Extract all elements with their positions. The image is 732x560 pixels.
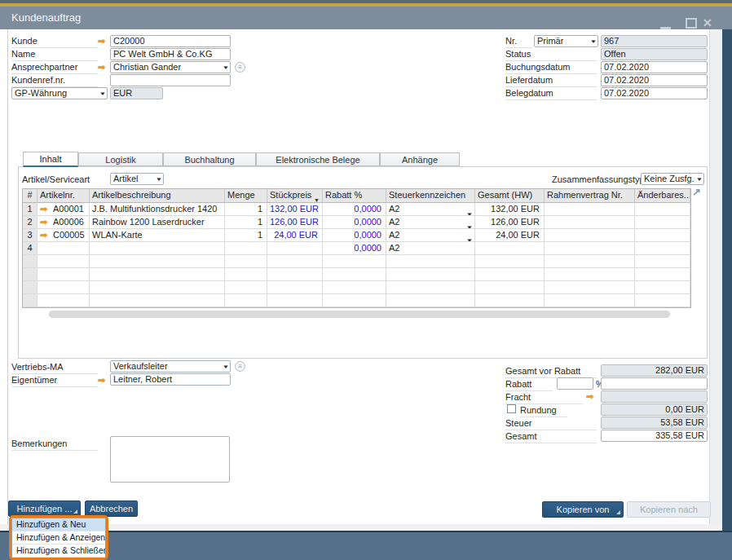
zusammenfassungstyp-dropdown[interactable]: Keine Zusfg. — [641, 173, 704, 185]
rabatt-cell[interactable]: 0,0000 — [323, 229, 386, 242]
chevron-down-icon[interactable] — [467, 220, 472, 229]
gesamt-field[interactable]: 335,58 EUR — [601, 430, 708, 442]
rabatt-value-field[interactable] — [601, 377, 708, 390]
link-arrow-icon[interactable] — [40, 204, 51, 214]
kundenref-field[interactable] — [110, 74, 231, 86]
gesamt-cell[interactable]: 24,00 EUR — [475, 229, 545, 242]
tab-inhalt[interactable]: Inhalt — [23, 152, 78, 167]
buchungsdatum-field[interactable]: 07.02.2020 — [601, 61, 708, 73]
title-bar[interactable]: Kundenauftrag ✕ — [0, 7, 732, 30]
rabatt-cell[interactable]: 0,0000 — [323, 203, 386, 216]
beschreibung-cell[interactable]: WLAN-Karte — [90, 229, 225, 242]
row-number-cell[interactable]: 3 — [23, 229, 37, 242]
steuerkennzeichen-cell[interactable]: A2 — [386, 203, 475, 216]
steuerkennzeichen-cell[interactable]: A2 — [386, 229, 475, 242]
row-number-cell[interactable] — [23, 255, 37, 268]
col-header-rabatt[interactable]: Rabatt % — [323, 189, 386, 203]
artikel-serviceart-dropdown[interactable]: Artikel — [110, 173, 164, 185]
artikelnr-cell[interactable]: A00001 — [37, 203, 90, 216]
link-arrow-icon[interactable] — [98, 375, 108, 386]
col-header-steuerkennzeichen[interactable]: Steuerkennzeichen — [386, 189, 475, 203]
col-header-gesamt[interactable]: Gesamt (HW) — [475, 189, 545, 203]
close-icon[interactable]: ✕ — [703, 15, 712, 30]
stueckpreis-cell[interactable]: 132,00 EUR — [267, 203, 323, 216]
gesamt-cell[interactable]: 126,00 EUR — [475, 216, 545, 229]
filter-arrow-icon[interactable] — [314, 193, 320, 203]
col-header-menge[interactable]: Menge — [225, 189, 267, 203]
link-arrow-icon[interactable] — [586, 391, 597, 402]
eigentuemer-field[interactable]: Leitner, Robert — [110, 373, 231, 386]
vertriebs-ma-dropdown[interactable]: Verkaufsleiter — [110, 360, 231, 373]
col-header-rahmenvertrag[interactable]: Rahmenvertrag Nr. — [545, 189, 635, 203]
menu-item-hinzufuegen-anzeigen[interactable]: Hinzufügen & Anzeigen — [12, 531, 105, 545]
col-header-beschreibung[interactable]: Artikelbeschreibung — [90, 189, 225, 203]
aenderbares-cell[interactable] — [635, 216, 690, 229]
link-arrow-icon[interactable] — [98, 62, 108, 73]
maximize-icon[interactable] — [686, 18, 697, 29]
steuerkennzeichen-cell[interactable]: A2 — [386, 242, 475, 255]
aenderbares-cell[interactable] — [635, 242, 690, 255]
link-arrow-icon[interactable] — [40, 230, 51, 240]
link-arrow-icon[interactable] — [40, 217, 51, 227]
rahmenvertrag-cell[interactable] — [545, 216, 635, 229]
rabatt-cell[interactable]: 0,0000 — [323, 216, 386, 229]
kopieren-von-button[interactable]: Kopieren von — [542, 501, 624, 518]
menge-cell[interactable]: 1 — [225, 216, 267, 229]
rabatt-cell[interactable]: 0,0000 — [323, 242, 386, 255]
name-field[interactable]: PC Welt GmbH & Co.KG — [110, 48, 231, 60]
rahmenvertrag-cell[interactable] — [545, 229, 635, 242]
col-header-aenderbares[interactable]: Änderbares... — [635, 189, 690, 203]
col-header-num[interactable]: # — [23, 189, 37, 203]
context-menu-icon[interactable] — [235, 361, 245, 372]
horizontal-scrollbar[interactable] — [49, 311, 670, 318]
aenderbares-cell[interactable] — [635, 203, 690, 216]
belegdatum-field[interactable]: 07.02.2020 — [601, 87, 708, 99]
row-number-cell[interactable]: 1 — [23, 203, 37, 216]
tab-elektronische-belege[interactable]: Elektronische Belege — [256, 152, 380, 166]
stueckpreis-cell[interactable]: 24,00 EUR — [267, 229, 323, 242]
artikelnr-cell[interactable] — [37, 242, 90, 255]
rahmenvertrag-cell[interactable] — [545, 242, 635, 255]
menu-item-hinzufuegen-neu[interactable]: Hinzufügen & Neu — [12, 518, 105, 531]
row-number-cell[interactable] — [23, 294, 37, 307]
row-number-cell[interactable]: 4 — [23, 242, 37, 255]
rahmenvertrag-cell[interactable] — [545, 203, 635, 216]
col-header-stueckpreis[interactable]: Stückpreis — [267, 189, 323, 203]
artikelnr-cell[interactable]: A00006 — [37, 216, 90, 229]
beschreibung-cell[interactable] — [90, 242, 225, 255]
gesamt-cell[interactable] — [475, 242, 545, 255]
row-number-cell[interactable] — [23, 281, 37, 294]
rundung-checkbox[interactable] — [507, 404, 516, 413]
gp-waehrung-dropdown[interactable]: GP-Währung — [11, 87, 108, 99]
kunde-field[interactable]: C20000 — [110, 35, 231, 47]
nr-type-dropdown[interactable]: Primär — [534, 35, 598, 47]
link-arrow-icon[interactable] — [98, 36, 108, 46]
stueckpreis-cell[interactable] — [267, 242, 323, 255]
chevron-down-icon[interactable] — [467, 233, 472, 242]
steuerkennzeichen-cell[interactable]: A2 — [386, 216, 475, 229]
row-number-cell[interactable] — [23, 268, 37, 281]
artikelnr-cell[interactable]: C00005 — [37, 229, 90, 242]
rabatt-percent-input[interactable] — [557, 377, 593, 390]
bemerkungen-textarea[interactable] — [110, 436, 230, 483]
expand-table-icon[interactable] — [692, 187, 703, 198]
gesamt-cell[interactable]: 132,00 EUR — [475, 203, 545, 216]
chevron-down-icon[interactable] — [467, 207, 472, 216]
tab-anhaenge[interactable]: Anhänge — [380, 152, 460, 166]
menu-item-hinzufuegen-schliessen[interactable]: Hinzufügen & Schließen — [12, 545, 105, 558]
aenderbares-cell[interactable] — [635, 229, 690, 242]
col-header-artikelnr[interactable]: Artikelnr. — [37, 189, 90, 203]
menge-cell[interactable]: 1 — [225, 229, 267, 242]
beschreibung-cell[interactable]: J.B. Multifunktionsdrucker 1420 — [90, 203, 225, 216]
menge-cell[interactable] — [225, 242, 267, 255]
menge-cell[interactable]: 1 — [225, 203, 267, 216]
beschreibung-cell[interactable]: Rainbow 1200 Laserdrucker — [90, 216, 225, 229]
context-menu-icon[interactable] — [235, 62, 245, 73]
abbrechen-button[interactable]: Abbrechen — [85, 500, 138, 517]
lieferdatum-field[interactable]: 07.02.2020 — [601, 74, 708, 86]
hinzufuegen-button[interactable]: Hinzufügen ... — [8, 500, 81, 517]
tab-buchhaltung[interactable]: Buchhaltung — [163, 152, 256, 166]
row-number-cell[interactable]: 2 — [23, 216, 37, 229]
stueckpreis-cell[interactable]: 126,00 EUR — [267, 216, 323, 229]
tab-logistik[interactable]: Logistik — [78, 152, 163, 166]
